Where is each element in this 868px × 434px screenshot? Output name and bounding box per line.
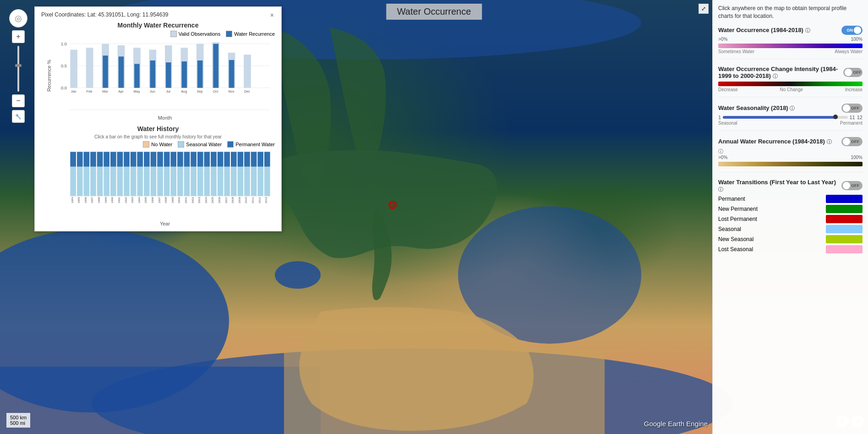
svg-rect-99 <box>197 152 203 166</box>
page-title: Water Occurrence <box>386 4 482 20</box>
location-marker[interactable] <box>388 201 397 209</box>
chart-popup-close-button[interactable]: × <box>269 11 275 19</box>
svg-rect-106 <box>244 152 250 166</box>
svg-text:1992: 1992 <box>124 197 127 203</box>
water-occurrence-change-gradient <box>718 82 863 86</box>
svg-text:0.5: 0.5 <box>61 63 67 68</box>
water-occurrence-change-title: Water Occurrence Change Intensity (1984-… <box>718 66 843 80</box>
svg-rect-101 <box>211 152 217 166</box>
svg-rect-33 <box>229 60 234 88</box>
annual-water-recurrence-title: Annual Water Recurrence (1984-2018) ⓘ <box>718 138 832 145</box>
transition-new-seasonal-color <box>826 235 863 243</box>
svg-text:1994: 1994 <box>137 197 141 203</box>
annual-water-recurrence-section: Annual Water Recurrence (1984-2018) ⓘ OF… <box>718 137 863 172</box>
transition-seasonal-label: Seasonal <box>718 226 741 232</box>
water-occurrence-toggle[interactable]: ON <box>841 26 863 35</box>
transition-seasonal-color <box>826 225 863 233</box>
svg-rect-80 <box>70 152 76 166</box>
svg-text:2012: 2012 <box>258 197 261 203</box>
history-chart-area[interactable]: 1984 1985 1986 1987 1988 1989 1990 1991 … <box>55 149 275 218</box>
svg-rect-88 <box>124 152 130 166</box>
svg-text:1984: 1984 <box>71 197 74 203</box>
svg-text:Oct: Oct <box>213 89 218 93</box>
seasonality-label-min: Seasonal <box>718 121 737 126</box>
svg-text:1987: 1987 <box>91 197 94 203</box>
water-occurrence-label-min: Sometimes Water <box>718 49 754 54</box>
svg-rect-102 <box>218 152 224 166</box>
water-occurrence-min-pct: >0% <box>718 37 727 42</box>
zoom-in-button[interactable]: + <box>12 30 25 43</box>
svg-rect-83 <box>90 152 96 166</box>
map-controls: ◎ + − 🔧 <box>9 9 27 123</box>
history-chart-subtitle: Click a bar on the graph to see full mon… <box>41 134 275 139</box>
svg-rect-15 <box>86 48 93 88</box>
gee-attribution: Google Earth Engine <box>644 420 708 428</box>
water-seasonality-title: Water Seasonality (2018) ⓘ <box>718 104 795 112</box>
svg-rect-19 <box>119 56 124 88</box>
monthly-chart-area: 1.0 0.5 0.0 <box>55 39 275 112</box>
svg-text:Dec: Dec <box>244 89 250 93</box>
svg-rect-81 <box>77 152 83 166</box>
transition-permanent-label: Permanent <box>718 196 745 202</box>
water-seasonality-toggle[interactable]: OFF <box>841 104 863 113</box>
svg-text:1996: 1996 <box>151 197 154 203</box>
svg-rect-21 <box>134 64 139 88</box>
water-occurrence-label-max: Always Water <box>835 49 863 54</box>
svg-rect-87 <box>117 152 123 166</box>
zoom-out-button[interactable]: − <box>12 94 25 107</box>
layers-button[interactable]: 🔧 <box>12 110 25 123</box>
water-occurrence-title: Water Occurrence (1984-2018) ⓘ <box>718 27 810 34</box>
svg-text:1999: 1999 <box>171 197 174 203</box>
svg-rect-14 <box>70 49 77 88</box>
water-occurrence-gradient <box>718 44 863 48</box>
svg-text:1986: 1986 <box>84 197 87 203</box>
transition-new-seasonal-label: New Seasonal <box>718 236 753 242</box>
svg-text:1.0: 1.0 <box>61 41 67 46</box>
water-transitions-title: Water Transitions (First Year to Last Ye… <box>718 179 841 193</box>
svg-text:Feb: Feb <box>87 89 93 93</box>
svg-text:1991: 1991 <box>117 197 120 203</box>
transition-permanent: Permanent <box>718 195 863 203</box>
seasonality-min-val: 1 <box>718 115 721 120</box>
water-change-label-min: Decrease <box>718 87 738 92</box>
svg-rect-27 <box>182 61 187 88</box>
compass-button[interactable]: ◎ <box>9 9 27 27</box>
water-occurrence-max-pct: 100% <box>851 37 863 42</box>
svg-text:2008: 2008 <box>231 197 234 203</box>
svg-text:1998: 1998 <box>164 197 167 203</box>
svg-rect-108 <box>257 152 263 166</box>
map-container[interactable]: Water Occurrence ⤢ ◎ + − 🔧 500 km 500 mi… <box>0 0 868 434</box>
seasonality-slider[interactable] <box>723 116 847 119</box>
svg-text:2011: 2011 <box>251 197 254 203</box>
transition-new-permanent: New Permanent <box>718 205 863 213</box>
svg-rect-96 <box>177 152 183 166</box>
transition-lost-seasonal-color <box>826 245 863 253</box>
svg-text:2006: 2006 <box>218 197 221 203</box>
svg-rect-107 <box>251 152 257 166</box>
scale-bar: 500 km 500 mi <box>6 413 30 428</box>
svg-text:2002: 2002 <box>191 197 194 203</box>
svg-text:1997: 1997 <box>158 197 161 203</box>
water-occurrence-change-toggle[interactable]: OFF <box>843 68 863 77</box>
svg-text:May: May <box>134 89 140 93</box>
svg-text:2005: 2005 <box>211 197 214 203</box>
water-transitions-toggle[interactable]: OFF <box>841 181 863 190</box>
svg-text:Apr: Apr <box>118 89 124 93</box>
history-chart-title: Water History <box>41 125 275 132</box>
svg-rect-23 <box>150 60 155 88</box>
svg-rect-25 <box>166 62 171 88</box>
zoom-slider[interactable] <box>17 46 19 92</box>
right-panel: Click anywhere on the map to obtain temp… <box>712 0 868 434</box>
svg-text:2013: 2013 <box>264 197 267 203</box>
svg-rect-91 <box>144 152 150 166</box>
transition-new-permanent-color <box>826 205 863 213</box>
expand-button[interactable]: ⤢ <box>699 4 709 14</box>
chart-popup-header: Pixel Coordinates: Lat: 45.391051, Long:… <box>41 11 275 19</box>
svg-rect-17 <box>103 55 108 88</box>
svg-text:Jul: Jul <box>166 89 171 93</box>
annual-water-recurrence-toggle[interactable]: OFF <box>841 137 863 146</box>
annual-recurrence-max-pct: 100% <box>851 155 863 160</box>
svg-rect-29 <box>197 60 202 88</box>
monthly-y-axis-label: Recurrence % <box>46 60 52 92</box>
svg-text:1989: 1989 <box>104 197 107 203</box>
